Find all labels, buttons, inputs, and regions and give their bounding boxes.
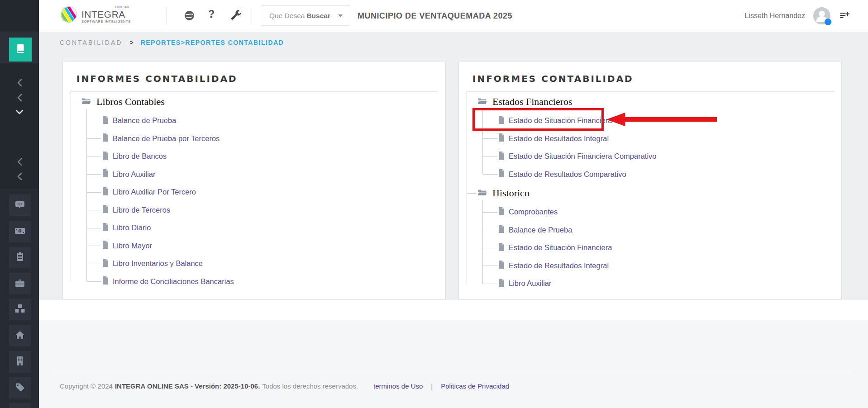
tree-item[interactable]: Libro Auxiliar [71, 166, 438, 184]
money-bill-icon [14, 226, 25, 238]
tree-item[interactable]: Estado de Situación Financiera [467, 239, 834, 257]
tree-item[interactable]: Libro de Terceros [71, 201, 438, 219]
content-bottom-gap [39, 300, 868, 320]
header-divider [166, 7, 167, 24]
file-icon [498, 152, 505, 161]
content-section: CONTABILIDAD > REPORTES>REPORTES CONTABI… [39, 32, 868, 300]
sidebar-item-etiquetas[interactable] [9, 377, 31, 399]
tree-item[interactable]: Libro Auxiliar [467, 275, 834, 293]
file-icon [102, 223, 109, 233]
file-icon [498, 243, 505, 253]
chevron-down-icon [338, 14, 343, 17]
tree-folder-historico[interactable]: Historico [467, 183, 834, 203]
breadcrumb-separator-icon: > [129, 39, 133, 46]
wrench-icon[interactable] [231, 10, 242, 23]
chevron-left-icon[interactable] [0, 172, 39, 180]
breadcrumb-section: CONTABILIDAD [60, 39, 122, 46]
search-placeholder-bold: Buscar [306, 12, 330, 20]
clipboard-icon [14, 251, 25, 264]
panel-estados-financieros: INFORMES CONTABILIDAD Estados Financiero… [458, 61, 842, 300]
tree-item[interactable]: Balance de Prueba por Terceros [71, 130, 438, 148]
footer-link-politicas[interactable]: Politicas de Privacidad [441, 382, 509, 390]
chevron-left-icon[interactable] [0, 79, 39, 87]
logo-tagline-bottom: SOFTWARE INTELIGENTE [81, 20, 131, 24]
tree-item[interactable]: Estado de Resultados Integral [467, 130, 834, 148]
file-icon [498, 261, 505, 270]
sidebar-item-mensajes[interactable] [9, 195, 31, 216]
tree-item[interactable]: Libro Diario [71, 219, 438, 237]
user-area: Lisseth Hernandez [745, 0, 850, 32]
app-logo[interactable]: ONLINE INTEGRA SOFTWARE INTELIGENTE [60, 5, 131, 24]
top-header: ONLINE INTEGRA SOFTWARE INTELIGENTE ? Qu… [39, 0, 868, 32]
app-window: ONLINE INTEGRA SOFTWARE INTELIGENTE ? Qu… [0, 0, 868, 408]
tree-item[interactable]: Libro Inventarios y Balance [71, 255, 438, 273]
footer-link-separator: | [431, 382, 433, 390]
file-icon [102, 276, 109, 286]
tree-item[interactable]: Estado de Resultados Comparativo [467, 166, 834, 184]
panels-row: INFORMES CONTABILIDAD Libros Contables B… [39, 53, 868, 300]
file-icon [102, 205, 109, 215]
header-divider [252, 7, 252, 24]
sidebar-item-reportes[interactable] [9, 247, 31, 268]
tag-icon [15, 382, 25, 394]
comment-icon [15, 200, 25, 211]
file-icon [102, 133, 109, 143]
sidebar-item-contratos[interactable] [9, 273, 31, 294]
sidebar-item-contabilidad-active[interactable] [9, 38, 32, 62]
folder-open-icon [81, 98, 91, 106]
tree-item[interactable]: Estado de Situación Financiera Comparati… [467, 147, 834, 166]
file-icon [498, 207, 505, 217]
search-placeholder: Que Desea [269, 12, 305, 20]
sidebar-item-inicio[interactable] [9, 325, 31, 346]
tree-item[interactable]: Libro Mayor [71, 237, 438, 255]
entity-title: MUNICIPIO DE VENTAQUEMADA 2025 [358, 0, 512, 32]
chevron-down-icon[interactable] [0, 109, 39, 117]
help-icon[interactable]: ? [208, 8, 215, 20]
tree-item[interactable]: Libro de Bancos [71, 147, 438, 166]
sidebar-item-tesoreria[interactable] [9, 221, 31, 242]
file-icon [102, 241, 109, 251]
tree-item[interactable]: Informe de Conciliaciones Bancarias [71, 273, 438, 291]
arrow-tail [622, 117, 717, 122]
breadcrumb-current-link[interactable]: REPORTES>REPORTES CONTABILIDAD [141, 39, 284, 46]
playlist-add-icon[interactable] [839, 11, 850, 21]
file-icon [102, 116, 109, 126]
footer-rights: Todos los derechos reservados. [262, 382, 358, 390]
logo-tagline-top: ONLINE [81, 5, 131, 9]
highlight-box [472, 108, 604, 131]
folder-open-icon [477, 189, 487, 197]
tree-item[interactable]: Balance de Prueba [467, 221, 834, 239]
briefcase-icon [14, 278, 25, 289]
chevron-left-icon[interactable] [0, 158, 39, 166]
tree-folder-libros-contables[interactable]: Libros Contables [71, 92, 438, 112]
avatar[interactable] [813, 7, 830, 24]
footer: Copyright © 2024 INTEGRA ONLINE SAS - Ve… [39, 320, 868, 408]
file-icon [102, 187, 109, 197]
sidebar-item-partial[interactable] [9, 403, 31, 408]
tree-item[interactable]: Balance de Prueba [71, 112, 438, 130]
file-icon [102, 259, 109, 269]
cubes-icon [14, 304, 25, 315]
globe-icon[interactable] [184, 10, 195, 23]
search-dropdown[interactable]: Que Desea Buscar [261, 5, 350, 26]
panel-title: INFORMES CONTABILIDAD [76, 73, 438, 84]
status-badge [825, 19, 831, 25]
panel-libros-contables: INFORMES CONTABILIDAD Libros Contables B… [62, 61, 446, 300]
book-icon [15, 44, 25, 55]
user-name: Lisseth Hernandez [745, 12, 805, 20]
footer-divider [50, 372, 855, 372]
chevron-left-icon[interactable] [0, 94, 39, 102]
file-icon [498, 279, 505, 289]
sidebar-item-inventarios[interactable] [9, 299, 31, 320]
footer-copyright: Copyright © 2024 [60, 382, 113, 390]
tree-item[interactable]: Libro Auxiliar Por Tercero [71, 183, 438, 201]
file-icon [498, 169, 505, 179]
folder-open-icon [477, 98, 487, 106]
footer-company-version: INTEGRA ONLINE SAS - Versión: 2025-10-06… [115, 382, 260, 390]
tree-item[interactable]: Comprobantes [467, 203, 834, 221]
file-icon [102, 169, 109, 179]
sidebar-item-entidad[interactable] [9, 351, 31, 373]
footer-link-terminos[interactable]: terminos de Uso [373, 382, 423, 390]
tree-item[interactable]: Estado de Resultados Integral [467, 257, 834, 275]
home-icon [14, 330, 25, 342]
